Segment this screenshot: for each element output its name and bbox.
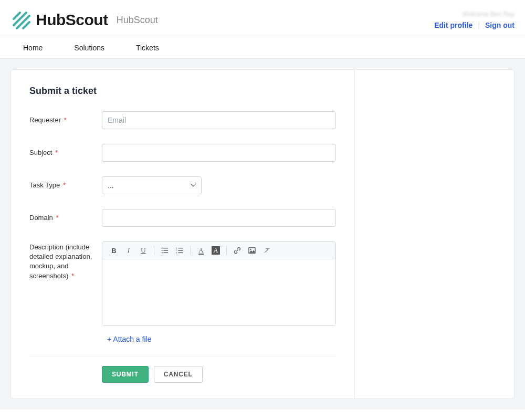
- text-color-icon[interactable]: A: [194, 244, 208, 257]
- nav-solutions[interactable]: Solutions: [74, 37, 104, 58]
- label-domain: Domain *: [29, 209, 102, 223]
- required-marker: *: [61, 181, 66, 189]
- clear-format-icon[interactable]: [259, 244, 274, 257]
- svg-text:3: 3: [176, 252, 177, 254]
- logo-mark-icon: [10, 9, 32, 30]
- toolbar-separator: [226, 246, 227, 255]
- editor-toolbar: B I U 123 A A: [102, 242, 335, 259]
- unordered-list-icon[interactable]: [158, 244, 172, 257]
- sign-out-link[interactable]: Sign out: [485, 21, 514, 29]
- svg-rect-9: [163, 253, 168, 253]
- svg-rect-5: [163, 248, 168, 248]
- svg-rect-12: [178, 253, 183, 253]
- label-requester: Requester *: [29, 111, 102, 125]
- description-editor[interactable]: [102, 259, 335, 325]
- svg-text:2: 2: [176, 249, 177, 251]
- row-domain: Domain *: [29, 209, 336, 227]
- svg-rect-10: [178, 248, 183, 248]
- link-icon[interactable]: [230, 244, 245, 257]
- actions-divider: [29, 356, 336, 356]
- requester-input[interactable]: [102, 111, 336, 129]
- svg-text:1: 1: [176, 247, 177, 249]
- label-subject: Subject *: [29, 144, 102, 158]
- required-marker: *: [53, 149, 58, 156]
- header-divider: |: [478, 21, 480, 29]
- nav-home[interactable]: Home: [23, 37, 43, 58]
- italic-icon[interactable]: I: [121, 244, 136, 257]
- row-task-type: Task Type * ...: [29, 176, 336, 194]
- required-marker: *: [62, 116, 67, 124]
- header-right: Welcome Ben Ray Edit profile | Sign out: [434, 10, 514, 29]
- edit-profile-link[interactable]: Edit profile: [434, 21, 472, 29]
- row-subject: Subject *: [29, 144, 336, 162]
- content-card: Submit a ticket Requester * Subject *: [10, 69, 514, 399]
- page-body: Submit a ticket Requester * Subject *: [0, 59, 525, 410]
- svg-rect-7: [163, 250, 168, 250]
- domain-input[interactable]: [102, 209, 336, 227]
- svg-point-4: [162, 248, 163, 249]
- nav-tickets[interactable]: Tickets: [136, 37, 159, 58]
- svg-line-2: [17, 16, 29, 28]
- page-title: Submit a ticket: [29, 86, 336, 97]
- ticket-form: Submit a ticket Requester * Subject *: [11, 70, 355, 398]
- required-marker: *: [54, 214, 59, 222]
- form-actions: SUBMIT CANCEL: [29, 366, 336, 383]
- row-attach: + Attach a file: [29, 335, 336, 343]
- brand-subtitle: HubScout: [117, 15, 158, 26]
- svg-rect-11: [178, 250, 183, 250]
- image-icon[interactable]: [245, 244, 259, 257]
- rich-text-editor: B I U 123 A A: [102, 242, 336, 326]
- submit-button[interactable]: SUBMIT: [102, 366, 149, 383]
- brand-name: HubScout: [36, 11, 108, 29]
- cancel-button[interactable]: CANCEL: [154, 366, 203, 383]
- app-header: HubScout HubScout Welcome Ben Ray Edit p…: [0, 0, 525, 37]
- attach-file-link[interactable]: + Attach a file: [102, 335, 151, 343]
- background-color-icon[interactable]: A: [208, 244, 223, 257]
- bold-icon[interactable]: B: [107, 244, 121, 257]
- row-description: Description (include detailed explanatio…: [29, 242, 336, 326]
- svg-point-6: [162, 250, 163, 251]
- svg-line-1: [14, 13, 26, 25]
- label-description: Description (include detailed explanatio…: [29, 242, 102, 281]
- row-requester: Requester *: [29, 111, 336, 129]
- task-type-select[interactable]: ...: [102, 176, 202, 194]
- subject-input[interactable]: [102, 144, 336, 162]
- svg-point-17: [250, 249, 251, 250]
- header-left: HubScout HubScout: [10, 9, 158, 30]
- side-panel: [355, 70, 514, 398]
- svg-line-0: [14, 13, 20, 19]
- header-links: Edit profile | Sign out: [434, 21, 514, 29]
- svg-point-8: [162, 252, 163, 253]
- toolbar-separator: [154, 246, 154, 255]
- toolbar-separator: [190, 246, 191, 255]
- underline-icon[interactable]: U: [136, 244, 151, 257]
- required-marker: *: [69, 272, 74, 280]
- brand-logo[interactable]: HubScout: [10, 9, 108, 30]
- svg-line-3: [23, 22, 29, 28]
- main-nav: Home Solutions Tickets: [0, 37, 525, 59]
- label-task-type: Task Type *: [29, 176, 102, 190]
- ordered-list-icon[interactable]: 123: [172, 244, 187, 257]
- welcome-text: Welcome Ben Ray: [463, 10, 514, 18]
